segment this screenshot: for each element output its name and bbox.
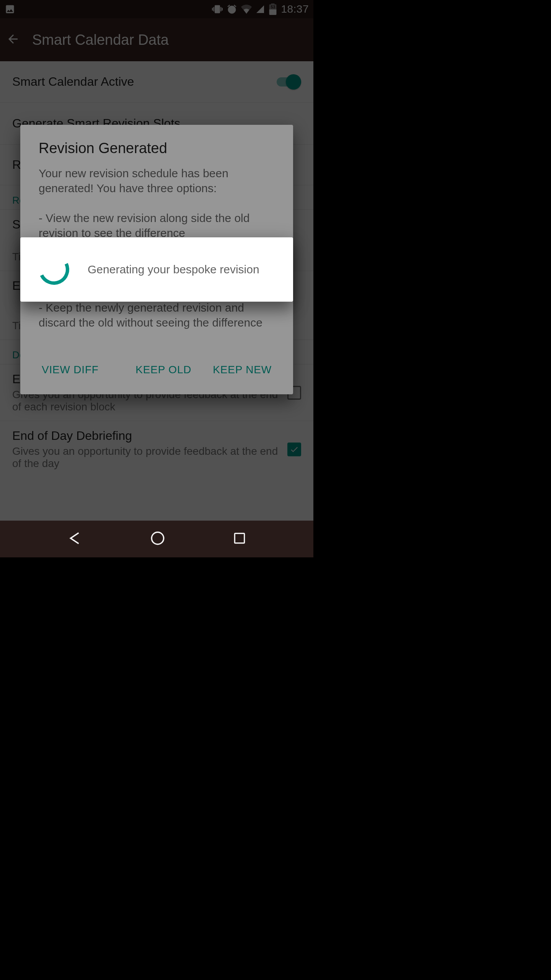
svg-rect-1 [235,533,244,543]
spinner-icon [34,250,74,289]
svg-point-0 [152,532,164,544]
nav-home-icon[interactable] [150,530,166,548]
screen: 53 18:37 Smart Calendar Data Smart Calen… [0,0,313,557]
nav-bar [0,521,313,557]
progress-dialog: Generating your bespoke revision [20,237,293,302]
progress-dialog-text: Generating your bespoke revision [88,263,259,276]
nav-back-icon[interactable] [67,530,83,548]
nav-recent-icon[interactable] [232,531,247,547]
